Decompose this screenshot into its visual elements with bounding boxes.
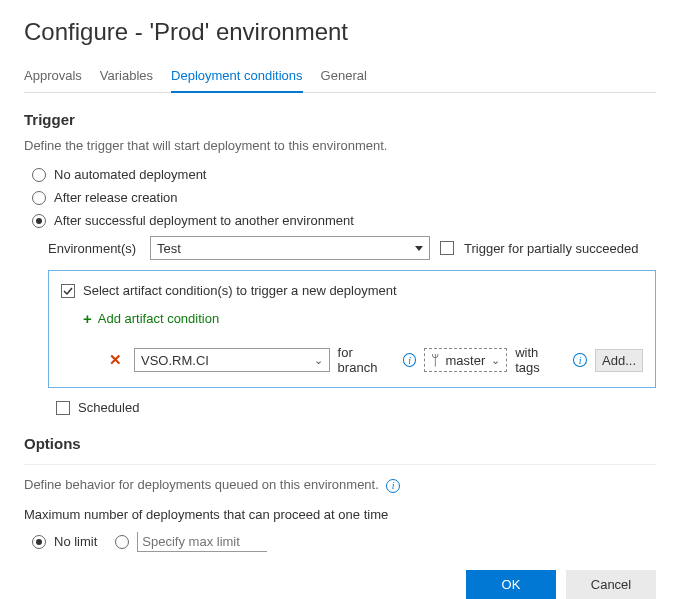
chevron-down-icon: ⌄ — [314, 354, 323, 367]
radio-no-automated[interactable] — [32, 168, 46, 182]
remove-condition-button[interactable]: ✕ — [105, 351, 126, 369]
checkbox-scheduled-label: Scheduled — [78, 400, 139, 415]
checkbox-trigger-partial-label: Trigger for partially succeeded — [464, 241, 638, 256]
tab-general[interactable]: General — [321, 62, 367, 92]
specify-max-limit-input[interactable] — [137, 532, 267, 552]
radio-no-automated-label: No automated deployment — [54, 167, 206, 182]
radio-specify-limit[interactable] — [115, 535, 129, 549]
checkbox-select-artifact[interactable] — [61, 284, 75, 298]
radio-after-success[interactable] — [32, 214, 46, 228]
checkbox-trigger-partial[interactable] — [440, 241, 454, 255]
artifact-source-value: VSO.RM.CI — [141, 353, 209, 368]
add-artifact-condition-label: Add artifact condition — [98, 311, 219, 326]
radio-no-limit-label: No limit — [54, 534, 97, 549]
caret-down-icon — [415, 246, 423, 251]
branch-value: master — [445, 353, 485, 368]
tab-deployment-conditions[interactable]: Deployment conditions — [171, 62, 303, 93]
options-header: Options — [24, 435, 656, 452]
environments-select[interactable]: Test — [150, 236, 430, 260]
ok-button[interactable]: OK — [466, 570, 556, 600]
environments-selected-value: Test — [157, 241, 181, 256]
trigger-header: Trigger — [24, 111, 656, 128]
radio-after-success-label: After successful deployment to another e… — [54, 213, 354, 228]
divider — [24, 464, 656, 465]
artifact-condition-panel: Select artifact condition(s) to trigger … — [48, 270, 656, 388]
add-artifact-condition-link[interactable]: + Add artifact condition — [61, 310, 643, 327]
radio-no-limit[interactable] — [32, 535, 46, 549]
branch-icon: ᛘ — [431, 352, 439, 368]
artifact-source-select[interactable]: VSO.RM.CI ⌄ — [134, 348, 330, 372]
options-desc: Define behavior for deployments queued o… — [24, 477, 656, 493]
page-title: Configure - 'Prod' environment — [24, 18, 656, 46]
radio-after-release-label: After release creation — [54, 190, 178, 205]
radio-after-release[interactable] — [32, 191, 46, 205]
info-icon[interactable]: i — [386, 479, 400, 493]
tab-approvals[interactable]: Approvals — [24, 62, 82, 92]
for-branch-label: for branch — [338, 345, 395, 375]
chevron-down-icon: ⌄ — [491, 354, 500, 367]
info-icon[interactable]: i — [403, 353, 417, 367]
plus-icon: + — [83, 310, 92, 327]
with-tags-label: with tags — [515, 345, 565, 375]
tab-variables[interactable]: Variables — [100, 62, 153, 92]
cancel-button[interactable]: Cancel — [566, 570, 656, 600]
max-deploy-label: Maximum number of deployments that can p… — [24, 507, 656, 522]
branch-select[interactable]: ᛘ master ⌄ — [424, 348, 507, 372]
info-icon[interactable]: i — [573, 353, 587, 367]
checkbox-scheduled[interactable] — [56, 401, 70, 415]
add-tag-button[interactable]: Add... — [595, 349, 643, 372]
tablist: Approvals Variables Deployment condition… — [24, 62, 656, 93]
trigger-desc: Define the trigger that will start deplo… — [24, 138, 656, 153]
artifact-condition-row: ✕ VSO.RM.CI ⌄ for branch i ᛘ master ⌄ wi… — [61, 345, 643, 375]
options-desc-text: Define behavior for deployments queued o… — [24, 477, 379, 492]
select-artifact-label: Select artifact condition(s) to trigger … — [83, 283, 397, 298]
environments-label: Environment(s) — [48, 241, 140, 256]
